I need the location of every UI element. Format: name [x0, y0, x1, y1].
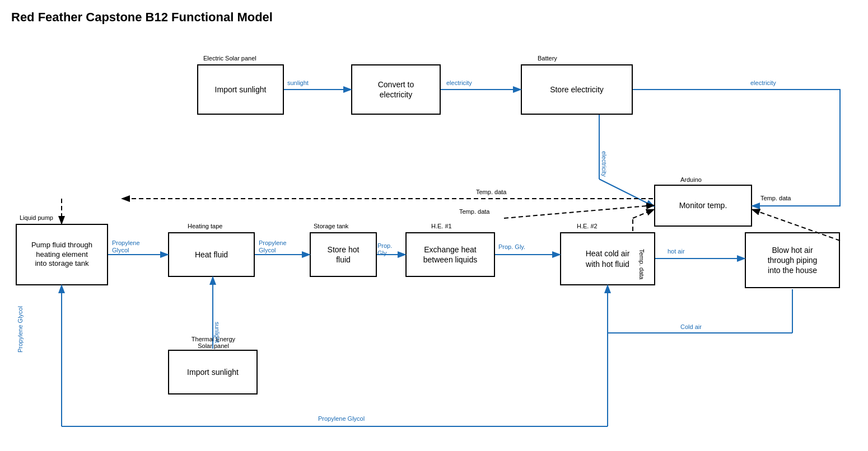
label-he1: H.E. #1: [431, 223, 452, 229]
svg-text:Glycol: Glycol: [259, 247, 276, 253]
label-electric-solar: Electric Solar panel: [203, 55, 256, 62]
box-store-electricity: Store electricity: [521, 64, 633, 115]
svg-text:electricity: electricity: [750, 79, 776, 86]
svg-text:Temp. data: Temp. data: [459, 208, 490, 215]
label-thermal-solar: Thermal EnergySolar panel: [177, 336, 250, 349]
label-he2: H.E. #2: [577, 223, 598, 229]
svg-text:Glycol: Glycol: [112, 247, 129, 253]
box-import-sunlight-1: Import sunlight: [197, 64, 284, 115]
svg-text:Temp. data: Temp. data: [760, 195, 791, 201]
svg-text:sunlight: sunlight: [287, 79, 309, 86]
box-heat-fluid: Heat fluid: [168, 232, 255, 277]
box-monitor-temp: Monitor temp.: [654, 185, 752, 227]
svg-text:Cold air: Cold air: [680, 323, 702, 330]
svg-text:Temp. data: Temp. data: [476, 189, 507, 195]
box-store-hot-fluid: Store hotfluid: [310, 232, 377, 277]
label-liquid-pump: Liquid pump: [20, 214, 53, 221]
box-convert-electricity: Convert toelectricity: [351, 64, 441, 115]
svg-text:hot air: hot air: [668, 248, 685, 255]
svg-line-11: [504, 205, 653, 218]
svg-text:Propylene Glycol: Propylene Glycol: [17, 306, 24, 353]
svg-line-6: [599, 179, 653, 206]
svg-text:electricity: electricity: [601, 151, 608, 177]
box-pump-fluid: Pump fluid throughheating elementinto st…: [16, 224, 108, 285]
page-title: Red Feather Capstone B12 Functional Mode…: [11, 10, 273, 25]
svg-text:Prop. Gly.: Prop. Gly.: [498, 243, 525, 250]
svg-text:Propylene: Propylene: [112, 239, 140, 246]
label-heating-tape: Heating tape: [188, 223, 222, 229]
svg-text:Prop.: Prop.: [377, 242, 392, 249]
svg-text:Gly.: Gly.: [377, 250, 388, 256]
box-blow-hot-air: Blow hot airthrough pipinginto the house: [745, 232, 840, 288]
box-heat-cold-air: Heat cold airwith hot fluid: [560, 232, 655, 285]
box-exchange-heat: Exchange heatbetween liquids: [405, 232, 495, 277]
box-import-sunlight-2: Import sunlight: [168, 350, 258, 394]
svg-text:Propylene Glycol: Propylene Glycol: [318, 415, 365, 422]
svg-text:electricity: electricity: [446, 79, 472, 86]
label-storage-tank: Storage tank: [314, 223, 348, 229]
svg-line-17: [633, 210, 653, 218]
svg-text:Propylene: Propylene: [259, 239, 287, 246]
label-arduino: Arduino: [680, 176, 702, 183]
label-battery: Battery: [538, 55, 557, 62]
